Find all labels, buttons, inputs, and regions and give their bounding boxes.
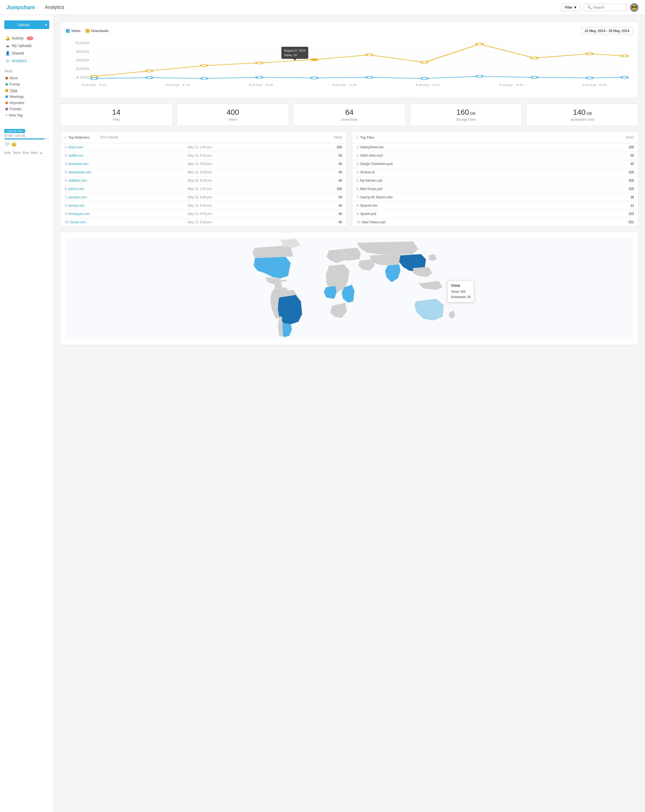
file-rank: 6. Blue Drops.psd <box>352 185 570 193</box>
referrer-link[interactable]: direct.com <box>68 145 83 149</box>
terms-link[interactable]: Terms <box>13 151 21 154</box>
file-rank: 7. Saving Mr. Bank's.mkv <box>352 193 570 201</box>
table-row: 2. Glitch Mob.mp3 50 <box>352 151 638 160</box>
date-range-picker[interactable]: 10 May, 2014 - 29 May, 2014 <box>581 27 633 34</box>
tag-keynotes[interactable]: Keynotes <box>4 100 49 106</box>
main-content: Views Downlaods 10 May, 2014 - 29 May, 2… <box>54 15 645 812</box>
sidebar-item-analytics[interactable]: ◎ Analytics <box>4 57 49 64</box>
referrer-first-viewed: May 13, 9:40 pm <box>183 177 298 185</box>
svg-point-16 <box>421 61 428 63</box>
upload-button[interactable]: Upload ▾ <box>4 20 49 29</box>
referrer-link[interactable]: abduzeedo.com <box>68 170 91 174</box>
avatar-icon: 😎 <box>631 5 637 10</box>
referrer-link[interactable]: himalayas.com <box>68 212 90 216</box>
svg-text:May 10: May 10 <box>82 84 107 86</box>
tag-friends[interactable]: Friends <box>4 106 49 112</box>
svg-text:May 19: May 19 <box>332 84 357 86</box>
svg-text:May 28: May 28 <box>582 84 607 86</box>
legend-dot-views <box>66 29 70 33</box>
referrers-header: ‹ Top Referrers First Viewed Views <box>60 132 346 143</box>
more-link[interactable]: More <box>31 151 38 154</box>
referrer-rank: 10. house.com <box>60 218 183 226</box>
filter-chevron-icon: ▼ <box>573 5 577 9</box>
svg-point-12 <box>201 64 208 67</box>
tag-family[interactable]: Family <box>4 81 49 87</box>
search-input[interactable] <box>593 5 625 9</box>
referrer-link[interactable]: yahoo.com <box>68 187 84 191</box>
svg-point-14 <box>311 59 318 61</box>
upload-arrow-icon[interactable]: ▾ <box>43 23 49 27</box>
table-row: 3. facebook.com May 13, 9:40 pm 40 <box>60 160 346 168</box>
referrer-link[interactable]: disney.com <box>68 204 84 208</box>
svg-text:200: 200 <box>75 67 89 70</box>
sidebar-storage: Upgrade Now 90 GB / 100 GB 🤍 👑 Help Term… <box>4 129 49 154</box>
stat-storage-number: 160 <box>456 108 469 116</box>
file-rank: 2. Glitch Mob.mp3 <box>352 151 570 160</box>
referrer-link[interactable]: reddit.com <box>68 154 83 157</box>
blog-link[interactable]: Blog <box>23 151 29 154</box>
tag-work[interactable]: Work <box>4 75 49 81</box>
table-row: 4. Strokes.ai 100 <box>352 168 638 177</box>
svg-point-22 <box>146 76 153 79</box>
table-row: 2. reddit.com May 13, 9:40 pm 50 <box>60 151 346 160</box>
file-views: 300 <box>570 177 639 185</box>
tag-trips[interactable]: Trips <box>4 87 49 93</box>
storage-bar <box>4 138 49 139</box>
stat-storage-unit: GB <box>470 111 475 116</box>
svg-text:100: 100 <box>75 76 89 79</box>
referrer-first-viewed: May 13, 9:40 pm <box>183 168 298 177</box>
stat-files-label: Files <box>66 118 167 121</box>
top-files-table: ‹ Top Files Views 1. SalarySheet.doc 200… <box>352 131 639 226</box>
table-row: 1. SalarySheet.doc 200 <box>352 143 638 151</box>
stat-bandwidth-label: Bandwidth Used <box>532 118 633 121</box>
sidebar-item-my-uploads[interactable]: ☁ My Uploads <box>4 42 49 49</box>
referrer-first-viewed: May 13, 9:40 pm <box>183 151 298 160</box>
svg-point-25 <box>311 77 318 79</box>
referrer-rank: 8. disney.com <box>60 201 183 210</box>
svg-point-19 <box>586 53 593 55</box>
file-views: 28 <box>570 193 639 201</box>
tag-label-work: Work <box>10 76 18 80</box>
top-files-table-body: 1. SalarySheet.doc 200 2. Glitch Mob.mp3… <box>352 143 638 226</box>
file-views: 40 <box>570 160 639 168</box>
referrers-arrow-icon: ‹ <box>65 135 66 140</box>
sidebar-item-shared[interactable]: 👤 Shared <box>4 49 49 57</box>
svg-text:May 22: May 22 <box>416 84 440 86</box>
stats-row: 14 Files 400 Views 64 Downloads 160 GB S… <box>60 104 639 126</box>
referrer-views: 40 <box>298 210 346 218</box>
header: Jumpshare Analytics Filter ▼ 🔍 😎 <box>0 0 645 15</box>
tag-meetings[interactable]: Meetings <box>4 93 49 100</box>
sidebar-item-activity[interactable]: 🔔 Activity 24 <box>4 34 49 42</box>
referrer-first-viewed: May 13, 9:40 pm <box>183 160 298 168</box>
stat-storage: 160 GB Storage Used <box>410 104 522 126</box>
stat-downloads-number: 64 <box>299 108 400 117</box>
file-views: 200 <box>570 185 639 193</box>
tag-label-friends: Friends <box>10 107 21 111</box>
referrer-link[interactable]: house.com <box>70 220 86 224</box>
svg-point-31 <box>621 76 628 78</box>
header-actions: Filter ▼ 🔍 😎 <box>561 3 639 12</box>
referrer-views: 40 <box>298 218 346 226</box>
referrer-link[interactable]: dribbble.com <box>68 179 87 182</box>
referrer-rank: 2. reddit.com <box>60 151 183 160</box>
shared-icon: 👤 <box>5 51 10 55</box>
upgrade-badge[interactable]: Upgrade Now <box>4 129 25 133</box>
referrer-link[interactable]: facebook.com <box>68 162 89 166</box>
stat-bandwidth-value: 140 GB <box>532 108 633 117</box>
referrer-link[interactable]: youtube.com <box>68 195 87 199</box>
table-row: 9. Spalsh.psd 203 <box>352 210 638 218</box>
footer-links: Help Terms Blog More ▲ <box>4 151 49 154</box>
referrers-title: Top Referrers <box>68 136 90 139</box>
filter-button[interactable]: Filter ▼ <box>561 4 581 11</box>
more-arrow-icon: ▲ <box>40 151 43 154</box>
chart-svg: 500 400 300 200 100 <box>66 39 633 92</box>
table-row: 7. youtube.com May 13, 9:40 pm 50 <box>60 193 346 201</box>
referrer-first-viewed: May 12, 2:40 pm <box>183 143 298 151</box>
new-tag-button[interactable]: + New Tag <box>4 112 49 118</box>
svg-text:500: 500 <box>75 42 89 44</box>
help-link[interactable]: Help <box>4 151 11 154</box>
stat-bandwidth-number: 140 <box>573 108 585 116</box>
legend-label-views: Views <box>71 29 80 33</box>
stat-storage-value: 160 GB <box>416 108 517 117</box>
logo[interactable]: Jumpshare <box>6 4 35 11</box>
